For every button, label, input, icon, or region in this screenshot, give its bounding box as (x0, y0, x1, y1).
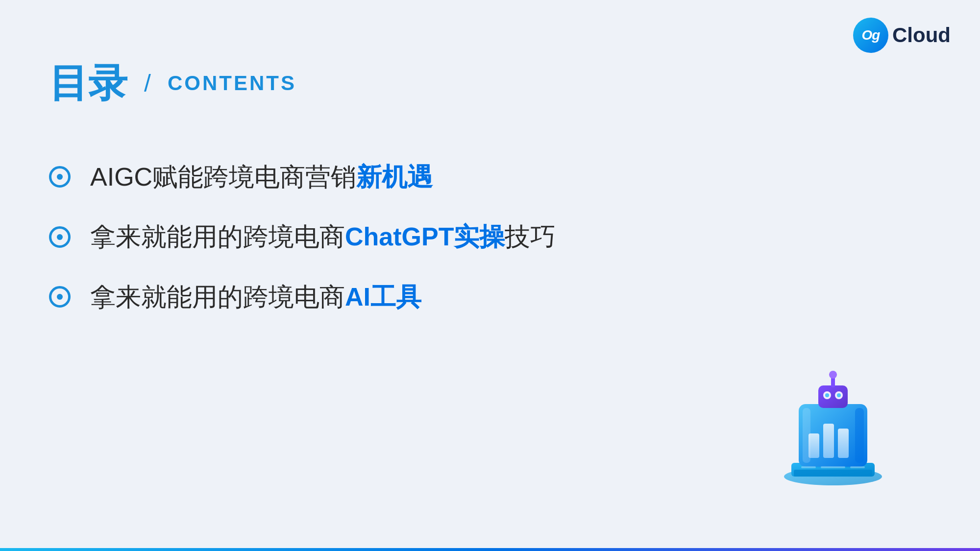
logo-area: Og Cloud (853, 18, 951, 53)
logo-brand-text: Cloud (892, 24, 951, 47)
svg-point-14 (837, 393, 841, 397)
svg-point-10 (829, 371, 837, 379)
item-highlight-1: 新机遇 (356, 163, 433, 191)
bullet-icon (49, 286, 71, 308)
logo-circle-text: Og (862, 27, 880, 43)
svg-rect-6 (823, 424, 834, 458)
title-divider: / (144, 69, 151, 97)
content-list: AIGC赋能跨境电商营销新机遇 拿来就能用的跨境电商ChatGPT实操技巧 拿来… (49, 162, 556, 312)
bullet-icon (49, 226, 71, 248)
bottom-accent-line (0, 548, 980, 551)
svg-rect-15 (803, 408, 810, 463)
svg-rect-2 (794, 470, 872, 477)
list-item: 拿来就能用的跨境电商AI工具 (49, 282, 556, 312)
header-section: 目录 / CONTENTS (49, 64, 296, 103)
svg-rect-16 (801, 466, 816, 468)
robot-illustration (764, 355, 902, 492)
item-text-2: 拿来就能用的跨境电商ChatGPT实操技巧 (90, 221, 556, 252)
svg-rect-4 (855, 408, 864, 463)
item-text-3: 拿来就能用的跨境电商AI工具 (90, 282, 421, 312)
item-highlight-3: AI工具 (345, 283, 421, 311)
bullet-inner (57, 294, 63, 300)
title-english: CONTENTS (168, 72, 296, 95)
bullet-icon (49, 166, 71, 188)
svg-point-13 (825, 393, 829, 397)
logo-circle: Og (853, 18, 888, 53)
svg-rect-7 (838, 429, 849, 458)
list-item: 拿来就能用的跨境电商ChatGPT实操技巧 (49, 221, 556, 252)
svg-rect-18 (850, 466, 865, 468)
title-chinese: 目录 (49, 64, 127, 103)
bullet-inner (57, 174, 63, 180)
svg-rect-17 (821, 466, 845, 468)
list-item: AIGC赋能跨境电商营销新机遇 (49, 162, 556, 192)
item-highlight-2: ChatGPT实操 (345, 222, 505, 251)
bullet-inner (57, 234, 63, 240)
svg-rect-8 (818, 385, 848, 408)
item-text-1: AIGC赋能跨境电商营销新机遇 (90, 162, 433, 192)
